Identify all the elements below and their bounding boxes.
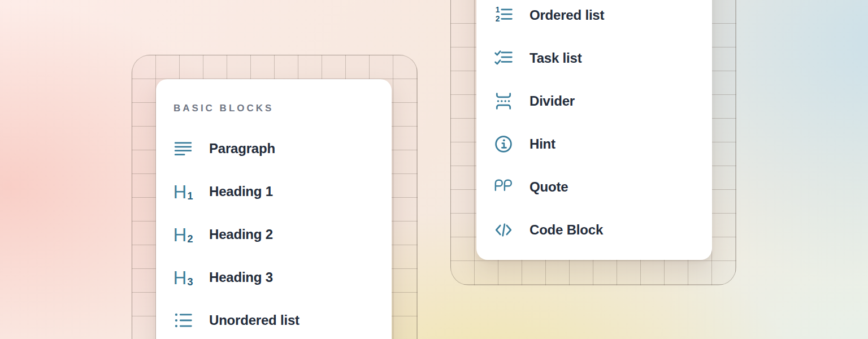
menu-item-label: Paragraph [209,141,275,157]
heading-3-icon: H 3 [173,267,193,288]
menu-item-quote[interactable]: Quote [476,166,712,208]
menu-item-label: Hint [530,136,555,152]
menu-item-hint[interactable]: Hint [476,123,712,166]
menu-item-paragraph[interactable]: Paragraph [156,127,392,170]
basic-blocks-list: Paragraph H 1 Heading 1 H 2 [156,127,392,339]
unordered-list-icon [173,310,193,331]
menu-item-code-block[interactable]: Code Block [476,208,712,251]
menu-item-label: Ordered list [530,7,604,23]
blocks-list: 1 2 Ordered list [476,0,712,251]
svg-text:1: 1 [496,6,500,14]
blocks-menu-card-right: 1 2 Ordered list [476,0,712,260]
heading-1-icon: H 1 [173,181,193,202]
paragraph-icon [173,138,193,159]
menu-item-label: Code Block [530,222,603,238]
menu-item-label: Heading 3 [209,270,273,285]
menu-item-label: Unordered list [209,312,300,328]
code-block-icon [493,220,514,240]
menu-item-heading-2[interactable]: H 2 Heading 2 [156,213,392,256]
menu-item-label: Task list [530,50,581,66]
menu-item-unordered-list[interactable]: Unordered list [156,299,392,339]
divider-icon [493,91,514,111]
heading-2-icon: H 2 [173,224,193,245]
hint-icon [493,134,514,154]
quote-icon [493,177,514,197]
section-title: BASIC BLOCKS [173,102,274,115]
ordered-list-icon: 1 2 [493,5,514,25]
menu-item-heading-3[interactable]: H 3 Heading 3 [156,256,392,299]
basic-blocks-menu-card: BASIC BLOCKS Paragraph H 1 [156,79,392,339]
svg-text:2: 2 [496,14,500,23]
menu-item-label: Quote [530,179,568,195]
page-background: BASIC BLOCKS Paragraph H 1 [0,0,868,339]
menu-item-divider[interactable]: Divider [476,80,712,123]
menu-item-task-list[interactable]: Task list [476,37,712,80]
menu-item-label: Divider [530,93,575,109]
menu-item-heading-1[interactable]: H 1 Heading 1 [156,170,392,213]
menu-item-label: Heading 1 [209,184,273,199]
menu-item-ordered-list[interactable]: 1 2 Ordered list [476,0,712,37]
task-list-icon [493,48,514,68]
menu-item-label: Heading 2 [209,227,273,242]
